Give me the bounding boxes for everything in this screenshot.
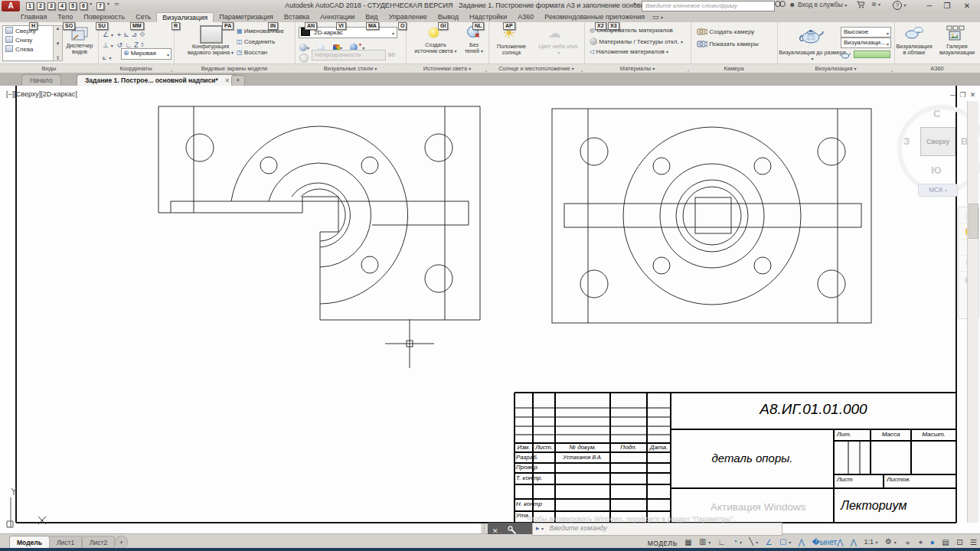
tab-output[interactable]: Вывод (433, 12, 464, 22)
render-gallery-button[interactable]: Галереявизуализации (937, 44, 977, 56)
tab-surface[interactable]: Поверхность (78, 12, 130, 22)
polar-tracking-icon[interactable]: ◔ ▾ (733, 537, 742, 546)
panel-launcher-icon[interactable]: ⌟ (687, 67, 689, 72)
chevron-down-icon[interactable]: ▾ (167, 51, 169, 60)
close-button[interactable]: ✕ (960, 0, 974, 11)
tab-featured-apps[interactable]: Рекомендованные приложения (539, 12, 650, 22)
file-tab-document[interactable]: Задание 1. Построе... основной надписи* … (77, 74, 238, 86)
viewport-restore-icon[interactable]: ❐ (958, 91, 968, 99)
ucs-icon-row-3[interactable]: ⟀▾ (103, 49, 111, 63)
viewport-controls[interactable]: [−][Сверху][2D-каркас] (6, 90, 77, 98)
tab-parametric[interactable]: Параметризация (214, 12, 279, 22)
grid-toggle-icon[interactable]: ▦ (684, 538, 691, 546)
opacity-slider[interactable]: Непрозрачность (312, 50, 386, 60)
tab-manage[interactable]: Управление (384, 12, 433, 22)
minimize-button[interactable]: ─ (923, 0, 936, 11)
opacity-icon[interactable] (299, 54, 309, 63)
panel-launcher-icon[interactable]: ⌟ (580, 67, 583, 72)
customization-menu-icon[interactable]: ☰ (970, 538, 977, 546)
view-list-item-bottom[interactable]: Снизу (3, 35, 54, 44)
scrollbar-thumb[interactable] (969, 204, 978, 239)
viewcube-west[interactable]: З (903, 135, 910, 147)
object-snap-tracking-icon[interactable]: ∠ (766, 538, 773, 546)
new-layout-button[interactable]: + (115, 536, 128, 549)
recent-commands-icon[interactable]: ▾ (541, 527, 544, 531)
help-search-input[interactable]: Введите ключевое слово/фразу (642, 1, 775, 11)
render-in-cloud-button[interactable]: Визуализацияв облаке (894, 44, 934, 56)
workspace-switching-icon[interactable]: ⚙ ▾ (885, 537, 897, 546)
view-list-item-top[interactable]: Сверху (3, 26, 54, 35)
command-customize-wrench-icon[interactable] (508, 526, 517, 535)
a360-connect-icon[interactable]: ⊛ ▾ (871, 1, 880, 8)
object-snap-icon[interactable]: ▢ ▾ (779, 537, 791, 546)
render-quality-combo[interactable]: Высокое▾ (841, 27, 891, 37)
help-icon[interactable]: ? ▾ (893, 1, 906, 10)
file-tab-start[interactable]: Начало (21, 74, 61, 86)
panel-launcher-icon[interactable]: ⌟ (890, 67, 893, 72)
annotation-monitor-icon[interactable]: ＋ (903, 538, 911, 546)
viewcube-face-top[interactable]: Сверху (920, 127, 956, 156)
annotation-autoscale-icon[interactable]: �ынет⋀ (812, 538, 843, 546)
render-preset-combo[interactable]: Визуализаци...▾ (841, 37, 891, 48)
render-to-size-button[interactable]: Визуализация до размера▾ (777, 50, 848, 62)
materials-textures-off-button[interactable]: Материалы / Текстуры откл. ▾ (590, 37, 683, 45)
panel-label-model-viewports[interactable]: Видовые экраны модели (174, 64, 295, 73)
file-tab-close-icon[interactable]: ✕ (224, 77, 230, 84)
layout-tab-layout1[interactable]: Лист1 (49, 536, 82, 549)
materials-mapping-button[interactable]: ◁ Наложение материалов ▾ (590, 48, 668, 55)
panel-label-views[interactable]: Виды (0, 64, 98, 73)
view-list-item-left[interactable]: Слева (3, 44, 54, 54)
view-list-scrollbar[interactable]: ▲ ▼ ⊽ (53, 25, 63, 61)
annotation-visibility-icon[interactable]: ⋀ (799, 538, 805, 546)
create-camera-button[interactable]: Создать камеру (697, 28, 754, 35)
sun-status-button[interactable]: Положение солнца (490, 44, 533, 56)
space-indicator[interactable]: МОДЕЛЬ (648, 540, 678, 547)
command-close-icon[interactable]: ✕ (492, 527, 498, 535)
create-light-button[interactable]: Создать источник света ▾ (409, 42, 462, 54)
tab-insert[interactable]: Вставка (279, 12, 315, 22)
tab-mesh[interactable]: Сеть (130, 12, 156, 22)
tab-annotate[interactable]: Аннотации (315, 12, 360, 22)
drawing-canvas[interactable]: [−][Сверху][2D-каркас] ─ ❐ ✕ С З В Ю Све… (0, 86, 980, 533)
search-binoculars-icon[interactable] (775, 1, 786, 8)
search-expand-icon[interactable]: ▸ (634, 1, 637, 7)
viewport-close-icon[interactable]: ✕ (968, 91, 978, 99)
view-list[interactable]: Сверху Снизу Слева (2, 25, 54, 61)
store-cart-icon[interactable] (856, 1, 865, 10)
viewport-configuration-icon[interactable] (200, 25, 223, 44)
render-in-cloud-icon[interactable] (903, 25, 923, 44)
viewport-configuration-button[interactable]: Конфигурация видового экрана ▾ (188, 44, 234, 56)
tab-a360[interactable]: A360 (512, 12, 539, 22)
panel-launcher-icon[interactable]: ⌟ (170, 67, 172, 72)
panel-label-sun-location[interactable]: Солнце и местоположение ▾ (488, 64, 584, 73)
layout-tab-layout2[interactable]: Лист2 (82, 536, 115, 549)
command-dock-grip[interactable]: ••• (481, 523, 488, 533)
layout-tab-model[interactable]: Модель (9, 536, 50, 549)
clean-screen-icon[interactable]: ⊡ (956, 538, 962, 546)
panel-label-lights[interactable]: Источники света ▾ (406, 64, 488, 73)
render-teapot-icon[interactable] (799, 25, 825, 45)
scroll-down-icon[interactable]: ▼ (54, 41, 62, 46)
annotation-scale-button[interactable]: 1:1 ▾ (864, 538, 878, 546)
vertical-scrollbar[interactable] (967, 101, 978, 523)
panel-label-a360[interactable]: A360 (894, 64, 980, 73)
quick-properties-icon[interactable]: ⌖ (919, 538, 923, 546)
panel-label-materials[interactable]: Материалы ▾ (584, 64, 691, 73)
isometric-drafting-icon[interactable]: ╲ ▾ (749, 537, 758, 546)
panel-launcher-icon[interactable]: ⌟ (485, 67, 487, 72)
restore-button[interactable]: ❐ (940, 0, 954, 11)
view-manager-button[interactable]: Диспетчер видов (63, 43, 96, 55)
graphics-performance-icon[interactable]: ● (930, 538, 935, 546)
show-cameras-button[interactable]: Показать камеры (697, 40, 759, 47)
render-gallery-icon[interactable] (946, 25, 965, 44)
sign-in-button[interactable]: Вход в службы ▾ (798, 1, 847, 8)
panel-label-coordinates[interactable]: Координаты (98, 64, 174, 73)
ucs-combo[interactable]: ⊕ Мировая ▾ (121, 48, 172, 60)
panel-label-visual-styles[interactable]: Визуальные стили ▾ (295, 64, 406, 73)
tab-visualize[interactable]: Визуализация (156, 12, 214, 23)
annotation-person-icon[interactable]: ⋀ (851, 538, 857, 546)
viewcube-north[interactable]: С (933, 108, 940, 119)
viewcube-south[interactable]: Ю (931, 165, 941, 176)
viewcube-ucs-menu[interactable]: МСК ▾ (918, 184, 958, 197)
chevron-down-icon[interactable]: ▾ (392, 30, 394, 38)
